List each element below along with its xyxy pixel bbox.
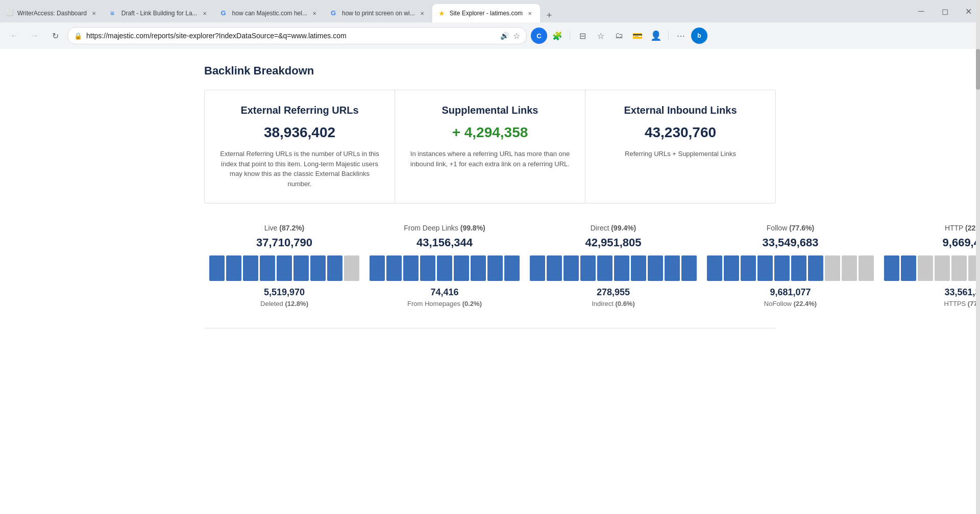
bar-chart-deep-links (370, 255, 520, 281)
stat-sub-label-live: Deleted (12.8%) (260, 300, 308, 307)
bar-direct-9 (665, 255, 680, 281)
bar-live-2 (226, 255, 241, 281)
stats-row: Live (87.2%) 37,710,790 5,519,970 Delet (204, 224, 776, 307)
scrollbar-thumb[interactable] (976, 49, 980, 90)
bar-chart-direct (530, 255, 697, 281)
card-title-external-inbound-links: External Inbound Links (598, 105, 763, 116)
stat-sub-pct-direct: (0.6%) (615, 300, 634, 307)
extensions-icon[interactable]: 🧩 (549, 28, 566, 44)
stat-deep-links: From Deep Links (99.8%) 43,156,344 74,41… (364, 224, 525, 307)
favorites-icon[interactable]: ☆ (513, 31, 520, 41)
tab-site-explorer[interactable]: ★ Site Explorer - latimes.com ✕ (432, 4, 540, 22)
tab-favicon-google2: G (331, 9, 339, 17)
stat-direct: Direct (99.4%) 42,951,805 278,955 (525, 224, 702, 307)
bar-follow-2 (724, 255, 739, 281)
address-bar[interactable]: 🔒 https://majestic.com/reports/site-expl… (67, 27, 527, 44)
bar-live-7 (310, 255, 326, 281)
bar-direct-4 (580, 255, 596, 281)
read-aloud-icon: 🔊 (500, 32, 509, 40)
bar-chart-http (884, 255, 980, 281)
toolbar-divider2 (668, 31, 669, 41)
card-value-external-inbound-links: 43,230,760 (598, 124, 763, 141)
bar-deep-9 (504, 255, 520, 281)
tab-close-draft[interactable]: ✕ (201, 9, 209, 17)
tab-bar: ⬜ WriterAccess: Dashboard ✕ ≡ Draft - Li… (0, 0, 980, 22)
tab-title-draft: Draft - Link Building for La... (121, 10, 198, 17)
collections-icon[interactable]: 🗂 (611, 28, 627, 44)
tab-writeraccess[interactable]: ⬜ WriterAccess: Dashboard ✕ (0, 4, 104, 22)
copilot-icon[interactable]: C (531, 28, 547, 44)
tab-close-google2[interactable]: ✕ (418, 9, 426, 17)
tab-favicon-draft: ≡ (110, 9, 118, 17)
content-area: Backlink Breakdown External Referring UR… (184, 49, 796, 344)
card-title-supplemental-links: Supplemental Links (407, 105, 573, 116)
bar-live-6 (293, 255, 309, 281)
tab-title-google2: how to print screen on wi... (342, 10, 415, 17)
card-external-referring-urls: External Referring URLs 38,936,402 Exter… (205, 90, 395, 203)
bar-direct-10 (681, 255, 697, 281)
tab-close-google1[interactable]: ✕ (310, 9, 318, 17)
bar-deep-1 (370, 255, 385, 281)
bar-follow-4 (757, 255, 773, 281)
stat-sub-value-direct: 278,955 (597, 287, 630, 298)
toolbar-icons: C 🧩 ⊟ ☆ 🗂 💳 👤 ⋯ b (531, 28, 707, 44)
bar-direct-7 (631, 255, 646, 281)
forward-button[interactable]: → (27, 28, 43, 44)
card-title-external-referring-urls: External Referring URLs (217, 105, 382, 116)
bar-live-5 (277, 255, 292, 281)
card-desc-external-referring-urls: External Referring URLs is the number of… (217, 149, 382, 189)
bar-deep-3 (403, 255, 419, 281)
favorites-bar-icon[interactable]: ☆ (593, 28, 609, 44)
stat-sub-label-deep-links: From Homepages (0.2%) (407, 300, 482, 307)
back-button[interactable]: ← (6, 28, 22, 44)
maximize-button[interactable]: ◻ (933, 0, 957, 22)
split-screen-icon[interactable]: ⊟ (574, 28, 591, 44)
bar-direct-6 (614, 255, 629, 281)
stat-sub-value-follow: 9,681,077 (770, 287, 811, 298)
stat-label-follow: Follow (77.6%) (767, 224, 814, 232)
security-lock-icon: 🔒 (74, 32, 82, 40)
bar-direct-3 (564, 255, 579, 281)
bar-follow-3 (741, 255, 756, 281)
bar-deep-7 (471, 255, 486, 281)
tab-google2[interactable]: G how to print screen on wi... ✕ (325, 4, 432, 22)
bar-follow-5 (774, 255, 790, 281)
stat-follow: Follow (77.6%) 33,549,683 9,681,077 (702, 224, 879, 307)
bottom-divider (204, 328, 776, 328)
bar-chart-live (209, 255, 359, 281)
bar-follow-1 (707, 255, 722, 281)
stat-value-direct: 42,951,805 (585, 236, 641, 249)
stat-value-follow: 33,549,683 (762, 236, 818, 249)
bar-http-3 (918, 255, 933, 281)
stat-pct-live: (87.2%) (279, 224, 304, 232)
profile-icon[interactable]: 👤 (648, 28, 664, 44)
bar-live-3 (243, 255, 258, 281)
tab-draft[interactable]: ≡ Draft - Link Building for La... ✕ (104, 4, 215, 22)
bar-http-2 (901, 255, 916, 281)
card-value-supplemental-links: + 4,294,358 (407, 124, 573, 141)
menu-button[interactable]: ⋯ (673, 28, 689, 44)
backlink-cards-row: External Referring URLs 38,936,402 Exter… (204, 90, 776, 203)
bing-chat-icon[interactable]: b (691, 28, 707, 44)
tab-google1[interactable]: G how can Majestic.com hel... ✕ (215, 4, 325, 22)
stat-live: Live (87.2%) 37,710,790 5,519,970 Delet (204, 224, 364, 307)
minimize-button[interactable]: ─ (910, 0, 933, 22)
bar-follow-10 (859, 255, 874, 281)
scrollbar-track (976, 0, 980, 514)
bar-direct-8 (648, 255, 663, 281)
tab-close-writeraccess[interactable]: ✕ (90, 9, 98, 17)
card-external-inbound-links: External Inbound Links 43,230,760 Referr… (585, 90, 775, 203)
tab-close-site-explorer[interactable]: ✕ (526, 9, 534, 17)
bar-http-5 (951, 255, 967, 281)
stat-http: HTTP (22.4%) 9,669,409 33,561,351 (879, 224, 980, 307)
bar-chart-follow (707, 255, 874, 281)
bar-follow-9 (842, 255, 857, 281)
tab-title-google1: how can Majestic.com hel... (232, 10, 307, 17)
bar-direct-5 (597, 255, 612, 281)
new-tab-button[interactable]: + (542, 8, 556, 22)
tab-title-site-explorer: Site Explorer - latimes.com (450, 10, 523, 17)
bar-deep-6 (454, 255, 469, 281)
reload-button[interactable]: ↻ (47, 28, 63, 44)
browser-wallet-icon[interactable]: 💳 (629, 28, 646, 44)
tab-favicon-google1: G (221, 9, 229, 17)
